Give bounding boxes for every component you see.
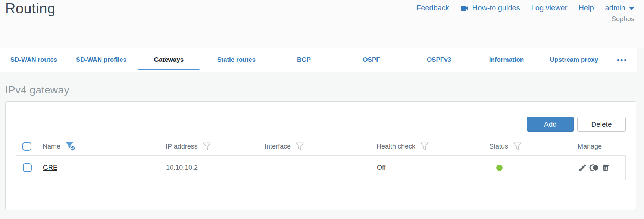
add-button[interactable]: Add (527, 117, 574, 132)
top-nav: Feedback How-to guides Log viewer Help a… (416, 4, 634, 12)
funnel-icon[interactable] (296, 142, 304, 151)
user-menu[interactable]: admin (605, 4, 634, 12)
column-label-manage: Manage (578, 143, 602, 150)
select-all-checkbox[interactable] (22, 142, 31, 151)
trash-icon[interactable] (601, 163, 610, 172)
column-label-interface: Interface (265, 143, 291, 150)
tab-upstream-proxy[interactable]: Upstream proxy (540, 48, 608, 72)
feedback-link[interactable]: Feedback (416, 4, 449, 12)
gateway-name-link[interactable]: GRE (43, 164, 57, 171)
tab-static-routes[interactable]: Static routes (203, 48, 270, 72)
funnel-check-icon[interactable] (65, 142, 75, 151)
section-heading: IPv4 gateway (5, 84, 636, 96)
gateway-ip-address: 10.10.10.2 (166, 164, 265, 172)
tab-sd-wan-routes[interactable]: SD-WAN routes (0, 48, 68, 72)
clone-icon[interactable] (589, 163, 599, 172)
pencil-icon[interactable] (578, 163, 587, 172)
chevron-down-icon (629, 7, 634, 10)
card-toolbar: Add Delete (16, 102, 626, 132)
table-header-row: Name IP address (16, 137, 626, 155)
column-label-status: Status (489, 143, 508, 150)
column-label-health-check: Health check (376, 143, 415, 150)
tab-gateways[interactable]: Gateways (135, 48, 203, 72)
routing-tabs: SD-WAN routes SD-WAN profiles Gateways S… (0, 48, 637, 72)
funnel-icon[interactable] (513, 142, 522, 151)
top-bar: Routing Feedback How-to guides Log viewe… (0, 0, 644, 48)
page-title: Routing (5, 1, 55, 17)
row-checkbox[interactable] (23, 163, 32, 172)
funnel-icon[interactable] (420, 142, 429, 151)
table-row: GRE 10.10.10.2 Off (16, 155, 626, 180)
brand-label: Sophos (612, 15, 634, 23)
log-viewer-link[interactable]: Log viewer (531, 4, 568, 12)
gateway-table: Name IP address (16, 137, 626, 180)
tab-ospfv3[interactable]: OSPFv3 (405, 48, 473, 72)
column-label-name: Name (43, 143, 60, 150)
help-link[interactable]: Help (578, 4, 594, 12)
tab-overflow-ellipsis-icon[interactable]: ••• (608, 48, 637, 72)
gateway-health-check: Off (377, 164, 490, 172)
delete-button[interactable]: Delete (577, 117, 626, 132)
column-label-ip-address: IP address (166, 143, 198, 150)
tab-sd-wan-profiles[interactable]: SD-WAN profiles (68, 48, 135, 72)
row-manage-actions (578, 163, 625, 172)
content-area: IPv4 gateway Add Delete Name (0, 84, 644, 210)
tab-information[interactable]: Information (473, 48, 540, 72)
funnel-icon[interactable] (203, 142, 211, 151)
gateway-card: Add Delete Name (5, 101, 636, 210)
howto-guides-link[interactable]: How-to guides (460, 4, 520, 12)
tab-ospf[interactable]: OSPF (338, 48, 405, 72)
status-dot (496, 165, 503, 171)
tab-bgp[interactable]: BGP (270, 48, 338, 72)
video-camera-icon (460, 4, 469, 12)
